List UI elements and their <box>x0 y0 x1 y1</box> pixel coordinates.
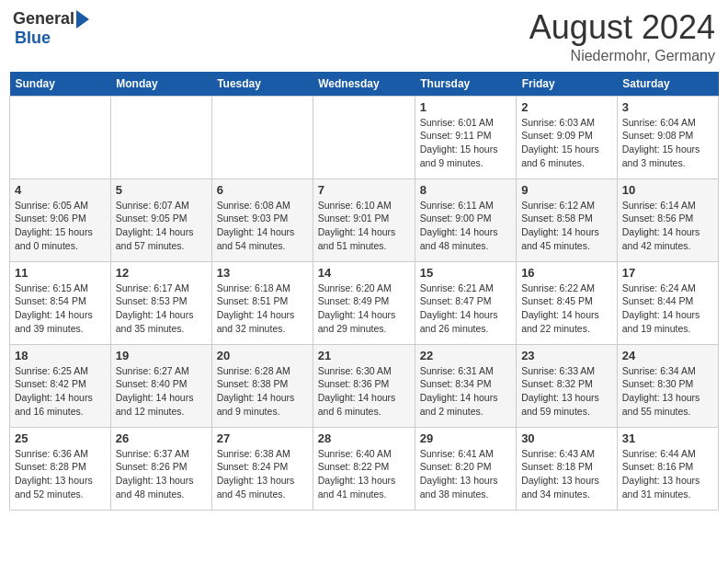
day-info: Sunrise: 6:34 AM Sunset: 8:30 PM Dayligh… <box>622 364 713 419</box>
day-info: Sunrise: 6:21 AM Sunset: 8:47 PM Dayligh… <box>420 282 511 336</box>
calendar-cell: 20Sunrise: 6:28 AM Sunset: 8:38 PM Dayli… <box>211 344 313 427</box>
calendar-cell <box>10 96 111 178</box>
calendar-cell: 30Sunrise: 6:43 AM Sunset: 8:18 PM Dayli… <box>517 427 618 510</box>
logo: General Blue <box>13 9 89 48</box>
calendar-cell: 7Sunrise: 6:10 AM Sunset: 9:01 PM Daylig… <box>313 178 415 261</box>
calendar-body: 1Sunrise: 6:01 AM Sunset: 9:11 PM Daylig… <box>10 96 719 510</box>
month-year-title: August 2024 <box>529 9 715 46</box>
day-number: 4 <box>15 183 106 197</box>
day-number: 21 <box>318 349 410 362</box>
day-info: Sunrise: 6:31 AM Sunset: 8:34 PM Dayligh… <box>420 364 511 419</box>
day-number: 1 <box>420 100 511 114</box>
calendar-cell: 10Sunrise: 6:14 AM Sunset: 8:56 PM Dayli… <box>617 178 718 261</box>
day-info: Sunrise: 6:17 AM Sunset: 8:53 PM Dayligh… <box>116 282 207 336</box>
day-info: Sunrise: 6:12 AM Sunset: 8:58 PM Dayligh… <box>521 199 612 253</box>
weekday-header: Saturday <box>617 72 718 97</box>
calendar-cell: 27Sunrise: 6:38 AM Sunset: 8:24 PM Dayli… <box>211 427 313 510</box>
day-info: Sunrise: 6:11 AM Sunset: 9:00 PM Dayligh… <box>420 199 511 253</box>
calendar-cell: 13Sunrise: 6:18 AM Sunset: 8:51 PM Dayli… <box>211 261 313 344</box>
day-info: Sunrise: 6:27 AM Sunset: 8:40 PM Dayligh… <box>116 364 207 419</box>
day-number: 5 <box>116 183 207 197</box>
day-number: 6 <box>217 183 308 197</box>
day-info: Sunrise: 6:15 AM Sunset: 8:54 PM Dayligh… <box>15 282 106 336</box>
day-number: 26 <box>116 431 207 445</box>
calendar-cell <box>211 96 313 178</box>
calendar-header: SundayMondayTuesdayWednesdayThursdayFrid… <box>10 72 719 97</box>
calendar-cell: 11Sunrise: 6:15 AM Sunset: 8:54 PM Dayli… <box>10 261 111 344</box>
day-number: 8 <box>420 183 511 197</box>
calendar-cell: 12Sunrise: 6:17 AM Sunset: 8:53 PM Dayli… <box>110 261 211 344</box>
day-number: 29 <box>420 431 511 445</box>
day-info: Sunrise: 6:37 AM Sunset: 8:26 PM Dayligh… <box>116 447 207 501</box>
calendar-cell: 23Sunrise: 6:33 AM Sunset: 8:32 PM Dayli… <box>517 344 618 427</box>
day-number: 10 <box>622 183 713 197</box>
calendar-cell: 18Sunrise: 6:25 AM Sunset: 8:42 PM Dayli… <box>10 344 111 427</box>
day-number: 20 <box>217 349 308 362</box>
logo-general-text: General <box>13 9 74 29</box>
calendar-cell: 14Sunrise: 6:20 AM Sunset: 8:49 PM Dayli… <box>313 261 415 344</box>
day-info: Sunrise: 6:18 AM Sunset: 8:51 PM Dayligh… <box>217 282 308 336</box>
logo-arrow-icon <box>76 10 89 29</box>
day-number: 24 <box>622 349 713 362</box>
day-number: 2 <box>521 100 612 114</box>
calendar-cell: 22Sunrise: 6:31 AM Sunset: 8:34 PM Dayli… <box>415 344 516 427</box>
location-subtitle: Niedermohr, Germany <box>529 48 715 64</box>
day-info: Sunrise: 6:41 AM Sunset: 8:20 PM Dayligh… <box>420 447 511 501</box>
day-number: 15 <box>420 266 511 280</box>
day-info: Sunrise: 6:20 AM Sunset: 8:49 PM Dayligh… <box>318 282 410 336</box>
day-number: 27 <box>217 431 308 445</box>
day-info: Sunrise: 6:01 AM Sunset: 9:11 PM Dayligh… <box>420 116 511 170</box>
day-info: Sunrise: 6:14 AM Sunset: 8:56 PM Dayligh… <box>622 199 713 253</box>
logo-blue-text: Blue <box>15 29 51 48</box>
calendar-week-row: 18Sunrise: 6:25 AM Sunset: 8:42 PM Dayli… <box>10 344 719 427</box>
day-number: 14 <box>318 266 410 280</box>
day-info: Sunrise: 6:33 AM Sunset: 8:32 PM Dayligh… <box>521 364 612 419</box>
day-info: Sunrise: 6:07 AM Sunset: 9:05 PM Dayligh… <box>116 199 207 253</box>
calendar-cell: 9Sunrise: 6:12 AM Sunset: 8:58 PM Daylig… <box>517 178 618 261</box>
calendar-week-row: 4Sunrise: 6:05 AM Sunset: 9:06 PM Daylig… <box>10 178 719 261</box>
day-number: 28 <box>318 431 410 445</box>
day-number: 9 <box>521 183 612 197</box>
weekday-header: Monday <box>110 72 211 97</box>
calendar-cell: 3Sunrise: 6:04 AM Sunset: 9:08 PM Daylig… <box>617 96 718 178</box>
day-info: Sunrise: 6:05 AM Sunset: 9:06 PM Dayligh… <box>15 199 106 253</box>
day-info: Sunrise: 6:40 AM Sunset: 8:22 PM Dayligh… <box>318 447 410 501</box>
calendar-cell: 1Sunrise: 6:01 AM Sunset: 9:11 PM Daylig… <box>415 96 516 178</box>
weekday-header: Wednesday <box>313 72 415 97</box>
day-info: Sunrise: 6:08 AM Sunset: 9:03 PM Dayligh… <box>217 199 308 253</box>
day-info: Sunrise: 6:28 AM Sunset: 8:38 PM Dayligh… <box>217 364 308 419</box>
day-number: 13 <box>217 266 308 280</box>
day-info: Sunrise: 6:10 AM Sunset: 9:01 PM Dayligh… <box>318 199 410 253</box>
weekday-header: Thursday <box>415 72 516 97</box>
header-row: SundayMondayTuesdayWednesdayThursdayFrid… <box>10 72 719 97</box>
day-info: Sunrise: 6:04 AM Sunset: 9:08 PM Dayligh… <box>622 116 713 170</box>
day-number: 30 <box>521 431 612 445</box>
calendar-week-row: 11Sunrise: 6:15 AM Sunset: 8:54 PM Dayli… <box>10 261 719 344</box>
calendar-cell: 31Sunrise: 6:44 AM Sunset: 8:16 PM Dayli… <box>617 427 718 510</box>
day-number: 16 <box>521 266 612 280</box>
calendar-cell: 2Sunrise: 6:03 AM Sunset: 9:09 PM Daylig… <box>517 96 618 178</box>
day-number: 3 <box>622 100 713 114</box>
day-info: Sunrise: 6:22 AM Sunset: 8:45 PM Dayligh… <box>521 282 612 336</box>
calendar-cell: 16Sunrise: 6:22 AM Sunset: 8:45 PM Dayli… <box>517 261 618 344</box>
calendar-cell: 29Sunrise: 6:41 AM Sunset: 8:20 PM Dayli… <box>415 427 516 510</box>
calendar-cell <box>110 96 211 178</box>
calendar-cell: 15Sunrise: 6:21 AM Sunset: 8:47 PM Dayli… <box>415 261 516 344</box>
calendar-week-row: 1Sunrise: 6:01 AM Sunset: 9:11 PM Daylig… <box>10 96 719 178</box>
day-number: 12 <box>116 266 207 280</box>
calendar-table: SundayMondayTuesdayWednesdayThursdayFrid… <box>9 72 719 511</box>
weekday-header: Tuesday <box>211 72 313 97</box>
day-number: 7 <box>318 183 410 197</box>
day-info: Sunrise: 6:24 AM Sunset: 8:44 PM Dayligh… <box>622 282 713 336</box>
calendar-cell: 6Sunrise: 6:08 AM Sunset: 9:03 PM Daylig… <box>211 178 313 261</box>
day-number: 11 <box>15 266 106 280</box>
day-info: Sunrise: 6:43 AM Sunset: 8:18 PM Dayligh… <box>521 447 612 501</box>
day-info: Sunrise: 6:25 AM Sunset: 8:42 PM Dayligh… <box>15 364 106 419</box>
calendar-cell: 24Sunrise: 6:34 AM Sunset: 8:30 PM Dayli… <box>617 344 718 427</box>
day-info: Sunrise: 6:36 AM Sunset: 8:28 PM Dayligh… <box>15 447 106 501</box>
calendar-cell: 21Sunrise: 6:30 AM Sunset: 8:36 PM Dayli… <box>313 344 415 427</box>
day-number: 22 <box>420 349 511 362</box>
calendar-cell: 17Sunrise: 6:24 AM Sunset: 8:44 PM Dayli… <box>617 261 718 344</box>
day-info: Sunrise: 6:38 AM Sunset: 8:24 PM Dayligh… <box>217 447 308 501</box>
day-info: Sunrise: 6:30 AM Sunset: 8:36 PM Dayligh… <box>318 364 410 419</box>
